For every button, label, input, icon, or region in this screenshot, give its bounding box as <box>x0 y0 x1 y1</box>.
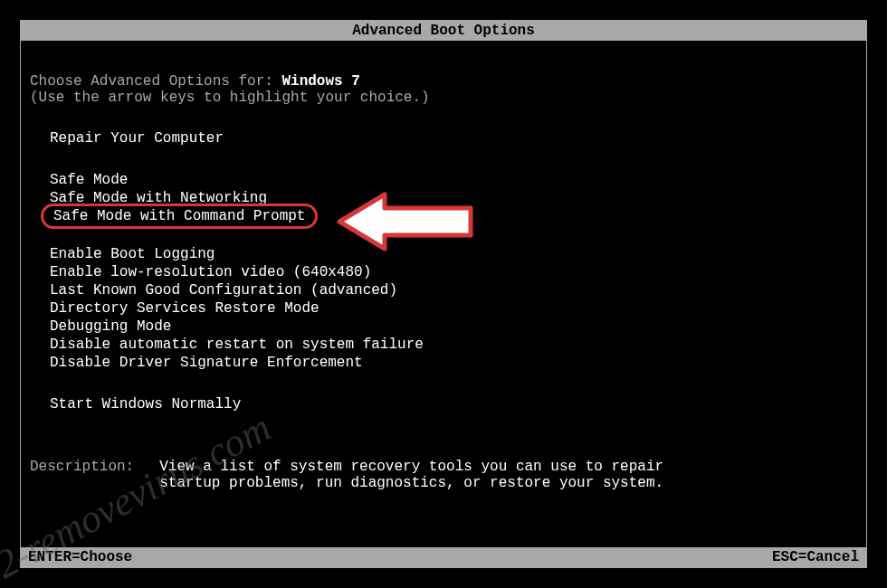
os-name: Windows 7 <box>281 73 359 90</box>
footer-esc-hint: ESC=Cancel <box>772 549 859 565</box>
menu-group-normal: Start Windows Normally <box>30 395 857 413</box>
window-frame: Advanced Boot Options Choose Advanced Op… <box>20 20 867 568</box>
menu-item-ds-restore[interactable]: Directory Services Restore Mode <box>50 299 857 318</box>
menu-item-debugging[interactable]: Debugging Mode <box>50 318 857 336</box>
prompt-line: Choose Advanced Options for: Windows 7 <box>30 73 857 90</box>
menu-item-disable-driver-sig[interactable]: Disable Driver Signature Enforcement <box>50 354 857 372</box>
description-text-line1: View a list of system recovery tools you… <box>159 459 663 475</box>
content-area: Choose Advanced Options for: Windows 7 (… <box>21 41 866 491</box>
description-text-line2: startup problems, run diagnostics, or re… <box>159 475 663 491</box>
menu-item-low-res[interactable]: Enable low-resolution video (640x480) <box>50 263 857 281</box>
footer-enter-hint: ENTER=Choose <box>28 549 132 565</box>
menu-item-safe-mode[interactable]: Safe Mode <box>50 171 857 189</box>
title-bar: Advanced Boot Options <box>21 21 866 41</box>
prompt-hint: (Use the arrow keys to highlight your ch… <box>30 90 857 106</box>
prompt-prefix: Choose Advanced Options for: <box>30 73 281 90</box>
menu-item-safe-mode-cmd[interactable]: Safe Mode with Command Prompt <box>50 207 309 225</box>
menu-item-selected-wrap: Safe Mode with Command Prompt <box>50 207 309 225</box>
description-label: Description: <box>30 459 159 475</box>
menu-group-other: Enable Boot Logging Enable low-resolutio… <box>30 245 857 372</box>
description-block: Description: View a list of system recov… <box>30 459 857 491</box>
menu-item-safe-mode-networking[interactable]: Safe Mode with Networking <box>50 189 857 207</box>
menu-item-boot-logging[interactable]: Enable Boot Logging <box>50 245 857 263</box>
menu-item-disable-auto-restart[interactable]: Disable automatic restart on system fail… <box>50 336 857 354</box>
footer-bar: ENTER=Choose ESC=Cancel <box>21 547 866 567</box>
menu-group-safe: Safe Mode Safe Mode with Networking Safe… <box>30 171 857 225</box>
menu-item-repair-computer[interactable]: Repair Your Computer <box>50 129 857 147</box>
menu-item-start-normally[interactable]: Start Windows Normally <box>50 395 857 413</box>
description-text-wrap: View a list of system recovery tools you… <box>159 459 663 491</box>
menu-item-last-known-good[interactable]: Last Known Good Configuration (advanced) <box>50 281 857 299</box>
menu-group-repair: Repair Your Computer <box>30 129 857 147</box>
